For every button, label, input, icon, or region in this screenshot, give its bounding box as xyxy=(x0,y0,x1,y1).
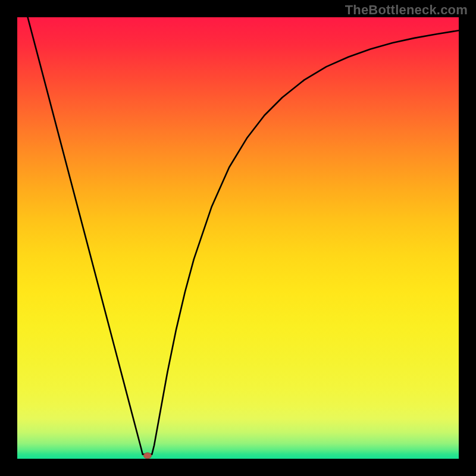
chart-frame: TheBottleneck.com xyxy=(0,0,476,476)
bottleneck-curve xyxy=(17,17,459,455)
watermark-label: TheBottleneck.com xyxy=(345,2,468,18)
minimum-marker xyxy=(143,453,151,459)
plot-area xyxy=(17,17,459,459)
curve-layer xyxy=(17,17,459,459)
